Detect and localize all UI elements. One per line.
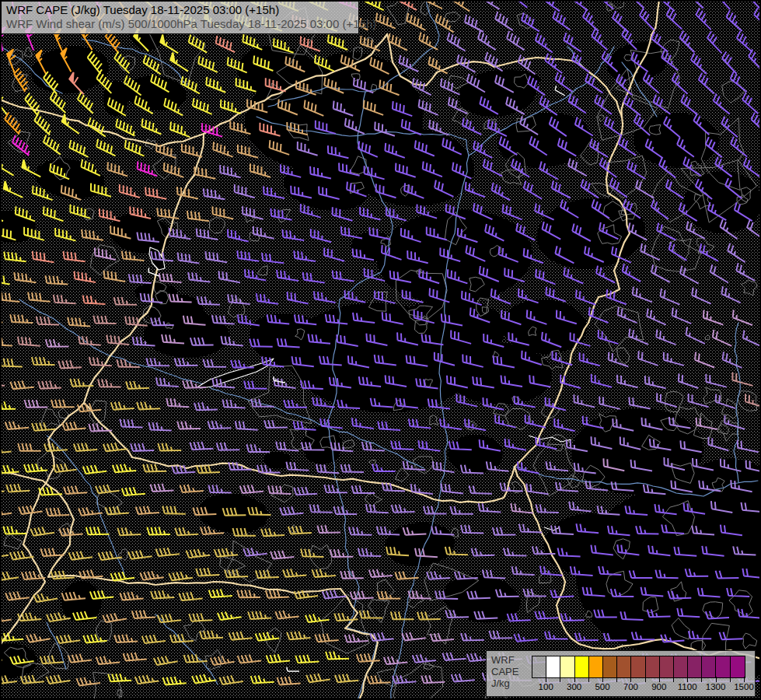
- legend-color-cell: [716, 656, 730, 677]
- legend-color-cell: [660, 656, 674, 677]
- legend-tick-label: 100: [539, 682, 553, 691]
- legend-title-line: J/kg: [491, 677, 530, 689]
- legend-tick: [730, 677, 731, 682]
- legend-color-cell: [546, 656, 560, 677]
- legend-tick: [560, 677, 560, 682]
- legend-tick: [687, 677, 688, 682]
- legend-title-line: WRF: [491, 654, 530, 666]
- legend-color-cell: [603, 656, 617, 677]
- legend-tick: [744, 677, 745, 682]
- legend-tick: [546, 677, 546, 682]
- legend-title-line: CAPE: [491, 666, 530, 677]
- legend-tick: [701, 677, 702, 682]
- cape-legend: WRF CAPE J/kg 10030050070090011001300150…: [486, 650, 756, 697]
- legend-tick: [659, 677, 660, 682]
- legend-color-cell: [560, 656, 574, 677]
- legend-tick: [645, 677, 646, 682]
- legend-tick: [716, 677, 717, 682]
- title-cape: WRF CAPE (J/kg) Tuesday 18-11-2025 03:00…: [6, 3, 354, 17]
- legend-color-cell: [731, 656, 745, 677]
- legend-tick: [574, 677, 575, 682]
- legend-color-cell: [646, 656, 660, 677]
- legend-color-cell: [532, 656, 546, 677]
- weather-map-stage: WRF CAPE (J/kg) Tuesday 18-11-2025 03:00…: [0, 0, 761, 700]
- legend-color-cell: [631, 656, 645, 677]
- weather-map: [0, 0, 761, 700]
- legend-tick-label: 1500: [734, 682, 754, 691]
- legend-tick-label: 500: [595, 682, 609, 691]
- legend-tick: [630, 677, 631, 682]
- legend-color-cell: [688, 656, 702, 677]
- title-windshear: WRF Wind shear (m/s) 500/1000hPa Tuesday…: [6, 17, 354, 31]
- legend-tick-label: 700: [623, 682, 638, 691]
- title-box: WRF CAPE (J/kg) Tuesday 18-11-2025 03:00…: [1, 1, 359, 34]
- legend-color-cell: [575, 656, 589, 677]
- legend-title: WRF CAPE J/kg: [487, 651, 530, 696]
- legend-color-cell: [617, 656, 631, 677]
- legend-bar-area: 100300500700900110013001500: [530, 651, 755, 696]
- legend-color-cell: [674, 656, 688, 677]
- legend-tick: [673, 677, 674, 682]
- legend-tick: [602, 677, 603, 682]
- legend-tick-label: 900: [651, 682, 666, 691]
- legend-tick-label: 300: [567, 682, 581, 691]
- legend-tick: [616, 677, 617, 682]
- legend-color-cell: [702, 656, 716, 677]
- legend-tick: [588, 677, 589, 682]
- legend-tick-label: 1300: [706, 682, 726, 691]
- legend-tick-label: 1100: [678, 682, 697, 691]
- cape-color-scale: [532, 656, 745, 678]
- legend-color-cell: [589, 656, 603, 677]
